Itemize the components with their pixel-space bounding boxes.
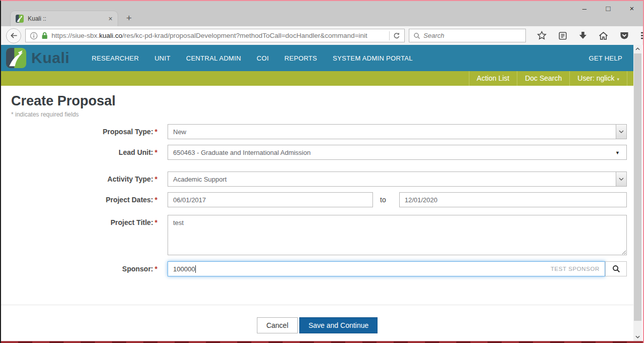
required-fields-note: * indicates required fields xyxy=(11,111,633,118)
search-icon xyxy=(612,265,620,273)
kuali-favicon xyxy=(16,15,24,23)
kuali-logo xyxy=(6,48,26,68)
user-menu[interactable]: User: nglick▾ xyxy=(569,71,627,86)
required-marker: * xyxy=(155,148,157,156)
project-dates-row: Project Dates:* to xyxy=(1,192,633,207)
chevron-down-icon[interactable] xyxy=(616,125,626,139)
sponsor-label: Sponsor: xyxy=(122,265,153,273)
create-proposal-form: Proposal Type:* New Lead Unit:* 650463 -… xyxy=(1,124,633,276)
downloads-icon[interactable] xyxy=(579,31,587,40)
proposal-type-select[interactable]: New xyxy=(168,124,627,139)
tab-title: Kuali :: xyxy=(28,15,104,22)
lead-unit-label: Lead Unit: xyxy=(119,148,153,156)
dates-separator: to xyxy=(380,192,386,207)
caret-down-icon: ▼ xyxy=(615,150,620,155)
activity-type-label: Activity Type: xyxy=(108,175,153,183)
bookmark-star-icon[interactable] xyxy=(537,31,547,40)
titlebar: Kuali :: × + – □ × xyxy=(1,1,643,26)
close-button[interactable]: × xyxy=(627,4,637,13)
main-nav: RESEARCHER UNIT CENTRAL ADMIN COI REPORT… xyxy=(92,54,413,62)
lock-icon[interactable] xyxy=(41,32,48,39)
proposal-type-row: Proposal Type:* New xyxy=(1,124,633,139)
sponsor-lookup-button[interactable] xyxy=(605,261,627,276)
bottom-strip xyxy=(1,341,643,343)
project-end-date-input[interactable] xyxy=(399,192,627,207)
caret-down-icon: ▾ xyxy=(617,77,619,82)
reload-icon[interactable] xyxy=(393,32,400,39)
brand-text: Kuali xyxy=(31,49,70,67)
get-help-link[interactable]: GET HELP xyxy=(589,54,622,62)
nav-unit[interactable]: UNIT xyxy=(154,54,171,62)
lead-unit-row: Lead Unit:* 650463 - Graduate and Intern… xyxy=(1,145,633,160)
search-bar[interactable] xyxy=(409,29,526,42)
search-input[interactable] xyxy=(423,32,521,39)
project-dates-label: Project Dates: xyxy=(105,196,153,204)
utility-bar: Action List Doc Search User: nglick▾ xyxy=(1,71,633,86)
scroll-up-icon[interactable] xyxy=(633,45,642,53)
save-and-continue-button[interactable]: Save and Continue xyxy=(299,317,378,333)
project-title-textarea[interactable]: test xyxy=(168,215,627,255)
kuali-header: Kuali RESEARCHER UNIT CENTRAL ADMIN COI … xyxy=(1,45,633,71)
scrollbar-thumb[interactable] xyxy=(634,53,641,321)
new-tab-button[interactable]: + xyxy=(122,13,136,24)
nav-central-admin[interactable]: CENTRAL ADMIN xyxy=(186,54,241,62)
sponsor-row: Sponsor:* 100000 TEST SPONSOR xyxy=(1,261,633,276)
project-title-row: Project Title:* test xyxy=(1,215,633,255)
sponsor-input[interactable]: 100000 TEST SPONSOR xyxy=(168,261,605,276)
navigation-toolbar: https://siue-sbx.kuali.co/res/kc-pd-krad… xyxy=(1,26,643,45)
url-bar[interactable]: https://siue-sbx.kuali.co/res/kc-pd-krad… xyxy=(25,29,405,42)
required-marker: * xyxy=(155,265,157,273)
browser-tab[interactable]: Kuali :: × xyxy=(10,11,118,26)
cancel-button[interactable]: Cancel xyxy=(257,317,298,333)
nav-coi[interactable]: COI xyxy=(257,54,269,62)
info-icon[interactable] xyxy=(30,32,38,40)
action-list-link[interactable]: Action List xyxy=(469,71,517,86)
project-title-label: Project Title: xyxy=(111,218,153,226)
pocket-icon[interactable] xyxy=(620,31,629,40)
required-marker: * xyxy=(155,128,157,136)
activity-type-row: Activity Type:* Academic Support xyxy=(1,172,633,187)
minimize-button[interactable]: – xyxy=(579,4,589,13)
required-marker: * xyxy=(155,196,157,204)
scroll-down-icon[interactable] xyxy=(633,333,642,341)
menu-icon[interactable] xyxy=(640,32,644,39)
browser-window: Kuali :: × + – □ × https://siue-sbx.kual… xyxy=(0,0,644,343)
form-footer: Cancel Save and Continue xyxy=(1,305,633,333)
required-marker: * xyxy=(155,218,157,226)
back-button[interactable] xyxy=(6,28,21,43)
doc-search-link[interactable]: Doc Search xyxy=(517,71,569,86)
bookmarks-list-icon[interactable] xyxy=(558,31,567,40)
activity-type-select[interactable]: Academic Support xyxy=(168,172,627,187)
page-scrollbar[interactable] xyxy=(633,45,642,341)
tab-close-icon[interactable]: × xyxy=(109,15,113,23)
lead-unit-select[interactable]: 650463 - Graduate and International Admi… xyxy=(168,145,627,160)
home-icon[interactable] xyxy=(599,31,608,40)
nav-system-admin-portal[interactable]: SYSTEM ADMIN PORTAL xyxy=(333,54,412,62)
nav-reports[interactable]: REPORTS xyxy=(285,54,317,62)
kuali-page: Kuali RESEARCHER UNIT CENTRAL ADMIN COI … xyxy=(1,45,633,343)
chevron-down-icon[interactable] xyxy=(616,172,626,186)
text-cursor xyxy=(195,265,196,273)
project-start-date-input[interactable] xyxy=(168,192,373,207)
nav-researcher[interactable]: RESEARCHER xyxy=(92,54,139,62)
maximize-button[interactable]: □ xyxy=(603,4,613,13)
proposal-type-label: Proposal Type: xyxy=(102,128,153,136)
sponsor-hint: TEST SPONSOR xyxy=(551,266,600,272)
search-icon xyxy=(413,32,420,39)
page-title: Create Proposal xyxy=(11,93,633,109)
required-marker: * xyxy=(155,175,157,183)
url-text[interactable]: https://siue-sbx.kuali.co/res/kc-pd-krad… xyxy=(51,32,386,39)
